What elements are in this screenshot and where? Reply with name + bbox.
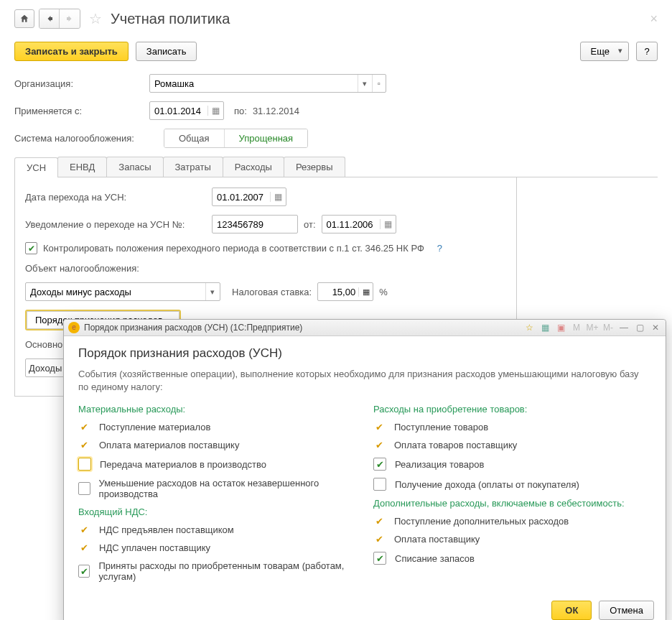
income-select[interactable]: Доходы — [25, 358, 68, 377]
expense-order-dialog: e Порядок признания расходов (УСН) (1С:П… — [63, 319, 666, 405]
applies-from-date[interactable]: ▦ — [149, 101, 224, 120]
back-button[interactable] — [39, 9, 60, 28]
main-label: Основной — [25, 339, 68, 350]
tax-system-label: Система налогообложения: — [14, 133, 158, 144]
dialog-title-text: Порядок признания расходов (УСН) (1С:Пре… — [84, 323, 302, 333]
tab-reserves[interactable]: Резервы — [284, 157, 345, 177]
home-button[interactable] — [14, 9, 34, 28]
tab-stocks[interactable]: Запасы — [106, 157, 163, 177]
object-label: Объект налогообложения: — [25, 263, 139, 274]
calendar-icon[interactable]: ▦ — [207, 106, 223, 116]
mplus-icon[interactable]: M+ — [587, 322, 598, 333]
income-value: Доходы — [29, 363, 62, 374]
open-ext-icon[interactable]: ▫ — [372, 75, 386, 92]
more-button[interactable]: Еще — [580, 42, 629, 61]
applies-from-input[interactable] — [150, 106, 207, 116]
to-value: 31.12.2014 — [253, 106, 299, 116]
organization-input[interactable] — [150, 78, 358, 89]
rate-label: Налоговая ставка: — [232, 287, 312, 297]
tab-envd[interactable]: ЕНВД — [57, 157, 107, 177]
app-logo-icon: e — [68, 322, 80, 333]
to-label: по: — [234, 106, 247, 116]
date-transition-input[interactable]: ▦ — [212, 188, 286, 206]
notice-number-field[interactable] — [213, 219, 297, 230]
applies-from-label: Применяется с: — [14, 106, 144, 116]
arrow-left-icon — [45, 14, 54, 23]
date-transition-label: Дата перехода на УСН: — [25, 192, 206, 203]
page-title: Учетная политика — [111, 11, 230, 27]
notice-label: Уведомление о переходе на УСН №: — [25, 219, 206, 230]
tab-usn[interactable]: УСН — [14, 157, 58, 177]
save-button[interactable]: Записать — [136, 42, 197, 61]
close-icon[interactable]: ✕ — [650, 322, 661, 333]
chevron-down-icon[interactable]: ▾ — [358, 75, 371, 92]
object-input[interactable] — [26, 287, 205, 297]
action-row: Записать и закрыть Записать Еще ? — [14, 42, 658, 61]
calc-icon[interactable]: ▦ — [539, 322, 551, 333]
dialog-heading: Порядок признания расходов (УСН) — [78, 346, 651, 361]
top-bar: ☆ Учетная политика × — [14, 9, 658, 29]
save-close-button[interactable]: Записать и закрыть — [14, 42, 129, 61]
tax-simple-option[interactable]: Упрощенная — [225, 129, 308, 147]
chevron-down-icon[interactable]: ▾ — [205, 283, 220, 300]
rate-input[interactable]: ▦ — [317, 282, 373, 301]
organization-label: Организация: — [14, 78, 144, 89]
control-text: Контролировать положения переходного пер… — [43, 243, 424, 254]
favorite-star-icon[interactable]: ☆ — [89, 10, 102, 27]
notice-date-input[interactable]: ▦ — [322, 215, 396, 233]
home-icon — [19, 14, 29, 24]
calculator-icon[interactable]: ▦ — [358, 287, 373, 297]
control-checkbox[interactable] — [25, 242, 37, 254]
rate-unit: % — [379, 287, 388, 297]
from-label: от: — [304, 219, 316, 230]
notice-date-field[interactable] — [322, 219, 380, 230]
maximize-icon[interactable]: ▢ — [634, 322, 645, 333]
forward-button[interactable] — [60, 9, 80, 28]
fav-icon[interactable]: ☆ — [523, 322, 535, 333]
notice-number-input[interactable] — [212, 215, 298, 233]
mminus-icon[interactable]: M- — [602, 322, 614, 333]
m-icon[interactable]: M — [571, 322, 582, 333]
dialog-titlebar: e Порядок признания расходов (УСН) (1С:П… — [64, 320, 666, 336]
calendar-icon[interactable]: ▦ — [380, 219, 396, 229]
date-transition-field[interactable] — [213, 192, 270, 203]
section-materials-title: Материальные расходы: — [78, 404, 356, 405]
help-question-icon[interactable]: ? — [437, 243, 442, 254]
calendar-icon[interactable]: ▦ — [270, 192, 286, 202]
tax-general-option[interactable]: Общая — [164, 129, 225, 147]
arrow-right-icon — [65, 14, 74, 23]
dialog-description: События (хозяйственные операции), выполн… — [78, 368, 651, 394]
nav-group — [39, 9, 80, 29]
section-goods-title: Расходы на приобретение товаров: — [373, 404, 651, 405]
organization-select[interactable]: ▾ ▫ — [149, 74, 386, 93]
calendar-mini-icon[interactable]: ▣ — [555, 322, 566, 333]
help-button[interactable]: ? — [636, 42, 658, 61]
tab-expenses[interactable]: Расходы — [223, 157, 284, 177]
tabs: УСН ЕНВД Запасы Затраты Расходы Резервы — [14, 157, 658, 177]
minimize-icon[interactable]: — — [618, 322, 630, 333]
object-select[interactable]: ▾ — [25, 282, 220, 301]
rate-field[interactable] — [318, 287, 358, 297]
close-button[interactable]: × — [650, 11, 658, 27]
tab-costs[interactable]: Затраты — [163, 157, 223, 177]
tax-system-toggle: Общая Упрощенная — [164, 129, 308, 148]
